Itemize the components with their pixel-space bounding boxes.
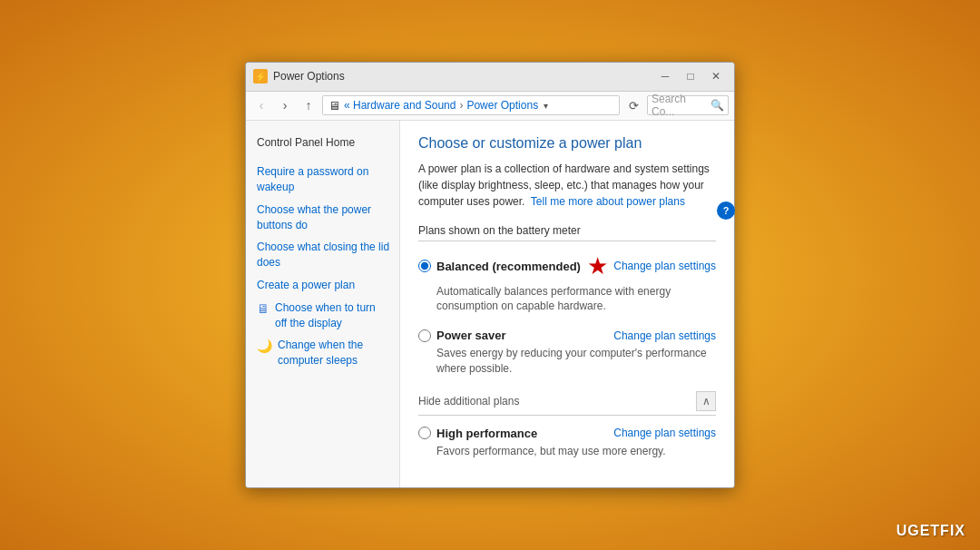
watermark: UGETFIX [897, 523, 965, 539]
power-saver-plan-item: Power saver Change plan settings Saves e… [418, 329, 716, 377]
tell-me-more-link[interactable]: Tell me more about power plans [531, 195, 685, 208]
sidebar-item-closing-lid-label: Choose what closing the lid does [257, 240, 390, 270]
refresh-button[interactable]: ⟳ [623, 95, 643, 115]
minimize-button[interactable]: ─ [654, 67, 676, 85]
sidebar-item-computer-sleeps[interactable]: 🌙 Change when the computer sleeps [246, 334, 399, 372]
balanced-radio[interactable] [418, 260, 431, 272]
balanced-plan-name: Balanced (recommended) [436, 260, 581, 273]
balanced-plan-item: Balanced (recommended) ★ Change plan set… [418, 252, 716, 315]
sidebar-item-power-buttons-label: Choose what the power buttons do [257, 202, 390, 233]
breadcrumb-dropdown[interactable]: ▾ [538, 95, 553, 115]
sidebar-item-create-power-plan-label: Create a power plan [257, 278, 355, 293]
high-performance-radio-row: High performance Change plan settings [418, 427, 716, 440]
power-options-window: ⚡ Power Options ─ □ ✕ ‹ › ↑ 🖥 « Hardware… [245, 62, 735, 489]
sidebar-item-turn-off-display[interactable]: 🖥 Choose when to turn off the display [246, 297, 399, 335]
high-performance-change-link[interactable]: Change plan settings [613, 427, 716, 439]
sidebar-item-control-panel-home-label: Control Panel Home [257, 135, 355, 151]
forward-button[interactable]: › [275, 95, 295, 115]
high-performance-label[interactable]: High performance [418, 427, 537, 440]
sidebar-item-turn-off-display-label: Choose when to turn off the display [275, 300, 390, 331]
balanced-plan-desc: Automatically balances performance with … [436, 284, 716, 315]
section-title: Plans shown on the battery meter [418, 224, 716, 237]
power-saver-radio[interactable] [418, 329, 431, 342]
sidebar-item-require-password-label: Require a password on wakeup [257, 164, 390, 195]
search-placeholder-text: Search Co... [652, 93, 707, 118]
breadcrumb-hardware-and-sound[interactable]: « Hardware and Sound [344, 99, 456, 112]
search-icon: 🔍 [710, 99, 724, 112]
sidebar-item-control-panel-home[interactable]: Control Panel Home [246, 132, 399, 154]
content-area: Control Panel Home Require a password on… [246, 121, 734, 488]
page-title: Choose or customize a power plan [418, 135, 716, 152]
high-performance-plan-name: High performance [436, 427, 537, 440]
close-button[interactable]: ✕ [705, 67, 727, 85]
title-bar-controls: ─ □ ✕ [654, 67, 727, 85]
moon-icon: 🌙 [257, 338, 272, 356]
hide-additional-label: Hide additional plans [418, 395, 696, 408]
up-button[interactable]: ↑ [299, 95, 318, 115]
maximize-button[interactable]: □ [680, 67, 701, 85]
monitor-icon: 🖥 [257, 300, 270, 319]
annotation-star: ★ [587, 252, 608, 280]
search-bar[interactable]: Search Co... 🔍 [647, 95, 729, 115]
power-saver-plan-desc: Saves energy by reducing your computer's… [436, 346, 716, 377]
balanced-plan-radio-row: Balanced (recommended) ★ Change plan set… [418, 252, 716, 280]
breadcrumb-icon: 🖥 [328, 99, 340, 113]
power-saver-label[interactable]: Power saver [418, 329, 506, 342]
balanced-change-link[interactable]: Change plan settings [613, 260, 716, 272]
high-performance-radio[interactable] [418, 427, 431, 439]
breadcrumb-bar[interactable]: 🖥 « Hardware and Sound › Power Options ▾ [322, 95, 620, 115]
main-content: Choose or customize a power plan A power… [400, 121, 734, 488]
window-title: Power Options [273, 70, 654, 83]
power-saver-plan-name: Power saver [436, 329, 506, 342]
high-performance-plan-item: High performance Change plan settings Fa… [418, 427, 716, 459]
power-saver-change-link[interactable]: Change plan settings [613, 329, 716, 342]
main-description: A power plan is a collection of hardware… [418, 161, 716, 210]
sidebar-item-create-power-plan[interactable]: Create a power plan [246, 274, 399, 297]
breadcrumb-power-options[interactable]: Power Options [466, 99, 538, 112]
address-bar: ‹ › ↑ 🖥 « Hardware and Sound › Power Opt… [246, 92, 734, 121]
sidebar-item-computer-sleeps-label: Change when the computer sleeps [278, 338, 390, 368]
title-bar: ⚡ Power Options ─ □ ✕ [246, 63, 734, 92]
balanced-plan-label[interactable]: Balanced (recommended) [418, 260, 581, 273]
sidebar: Control Panel Home Require a password on… [246, 121, 400, 488]
breadcrumb-separator: › [459, 99, 463, 112]
collapse-button[interactable]: ∧ [696, 391, 716, 411]
sidebar-item-require-password[interactable]: Require a password on wakeup [246, 161, 399, 199]
window-icon: ⚡ [253, 69, 268, 83]
plans-section-header: Plans shown on the battery meter [418, 224, 716, 241]
help-button[interactable]: ? [717, 201, 735, 220]
sidebar-item-closing-lid[interactable]: Choose what closing the lid does [246, 236, 399, 274]
power-saver-radio-row: Power saver Change plan settings [418, 329, 716, 342]
back-button[interactable]: ‹ [251, 95, 271, 115]
hide-additional-section: Hide additional plans ∧ [418, 391, 716, 416]
high-performance-plan-desc: Favors performance, but may use more ene… [436, 444, 716, 459]
sidebar-item-power-buttons[interactable]: Choose what the power buttons do [246, 199, 399, 237]
